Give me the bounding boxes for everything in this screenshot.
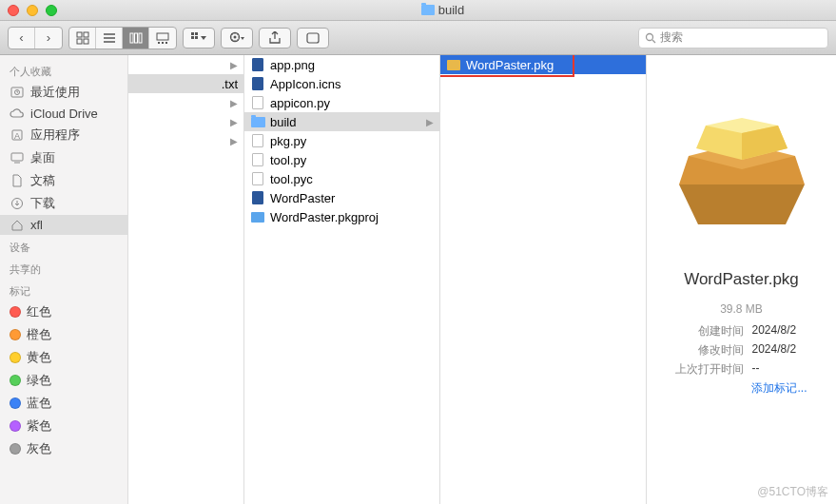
sidebar-heading: 设备: [0, 235, 127, 257]
tag-dot-icon: [10, 329, 21, 340]
sidebar-item[interactable]: 红色: [0, 300, 127, 323]
file-label: appicon.py: [270, 96, 330, 110]
sidebar-item[interactable]: 橙色: [0, 323, 127, 346]
arrange-button[interactable]: [183, 28, 215, 48]
sidebar-item[interactable]: 紫色: [0, 415, 127, 437]
download-icon: [10, 197, 25, 210]
back-button[interactable]: ‹: [9, 28, 35, 48]
svg-rect-17: [195, 36, 198, 39]
sidebar-item[interactable]: iCloud Drive: [0, 104, 127, 124]
svg-rect-8: [134, 33, 137, 43]
column-2: app.pngAppIcon.icnsappicon.pybuild▶pkg.p…: [244, 55, 440, 504]
list-item[interactable]: tool.pyc: [244, 169, 439, 188]
sidebar-item-label: 黄色: [27, 349, 51, 366]
sidebar-item[interactable]: 绿色: [0, 369, 127, 392]
sidebar-item[interactable]: 灰色: [0, 437, 127, 460]
tag-dot-icon: [10, 352, 21, 363]
chevron-right-icon: ▶: [230, 98, 238, 108]
list-item[interactable]: tool.py: [244, 150, 439, 169]
file-icon: [252, 77, 263, 90]
view-switcher: [68, 27, 177, 49]
svg-text:A: A: [14, 131, 20, 141]
add-tag-link[interactable]: 添加标记...: [751, 380, 807, 397]
sidebar-item[interactable]: 黄色: [0, 346, 127, 369]
sidebar-item-label: 蓝色: [27, 395, 51, 412]
action-button[interactable]: [221, 28, 253, 48]
watermark: @51CTO博客: [757, 484, 828, 500]
list-item[interactable]: ▶: [128, 55, 243, 74]
list-item[interactable]: AppIcon.icns: [244, 74, 439, 93]
svg-rect-13: [165, 42, 167, 44]
svg-point-21: [647, 33, 653, 40]
sidebar-item-label: xfl: [30, 218, 43, 232]
list-item[interactable]: WordPaster: [244, 188, 439, 207]
list-item[interactable]: appicon.py: [244, 93, 439, 112]
column-3: WordPaster.pkg: [440, 55, 647, 504]
doc-icon: [10, 174, 25, 187]
file-label: pkg.py: [270, 134, 306, 148]
column-1: ▶.txt▶▶▶: [128, 55, 244, 504]
svg-rect-14: [191, 32, 194, 35]
file-label: tool.py: [270, 153, 306, 167]
chevron-right-icon: ▶: [426, 117, 434, 127]
list-item[interactable]: ▶: [128, 131, 243, 150]
sidebar-item-label: iCloud Drive: [30, 107, 98, 121]
sidebar-item[interactable]: 最近使用: [0, 81, 127, 104]
view-icon-button[interactable]: [69, 28, 96, 48]
svg-line-22: [652, 40, 655, 43]
search-field[interactable]: 搜索: [638, 28, 828, 48]
list-item[interactable]: build▶: [244, 112, 439, 131]
folder-icon: [251, 117, 265, 127]
svg-rect-0: [77, 32, 82, 37]
list-item[interactable]: pkg.py: [244, 131, 439, 150]
svg-point-19: [234, 35, 237, 38]
svg-rect-16: [191, 36, 194, 39]
svg-rect-27: [11, 153, 23, 161]
tag-dot-icon: [10, 443, 21, 455]
search-placeholder: 搜索: [660, 29, 683, 46]
file-icon: [252, 134, 263, 147]
list-item[interactable]: app.png: [244, 55, 439, 74]
list-item[interactable]: WordPaster.pkgproj: [244, 207, 439, 226]
view-gallery-button[interactable]: [149, 28, 176, 48]
list-item[interactable]: ▶: [128, 112, 243, 131]
clock-icon: [10, 86, 25, 99]
list-item[interactable]: .txt: [128, 74, 243, 93]
project-icon: [251, 212, 264, 223]
sidebar-item-label: 下载: [30, 195, 55, 212]
sidebar-heading: 共享的: [0, 257, 127, 279]
sidebar-item-label: 最近使用: [30, 84, 80, 101]
list-item[interactable]: ▶: [128, 93, 243, 112]
maximize-button[interactable]: [46, 5, 57, 16]
sidebar-item-label: 紫色: [27, 417, 51, 435]
created-label: 创建时间: [675, 323, 744, 339]
sidebar-heading: 标记: [0, 279, 127, 300]
sidebar-item[interactable]: xfl: [0, 215, 127, 235]
view-column-button[interactable]: [123, 28, 149, 48]
sidebar-item[interactable]: A应用程序: [0, 124, 127, 146]
sidebar-item-label: 绿色: [27, 372, 51, 389]
svg-rect-9: [139, 33, 142, 43]
sidebar-item[interactable]: 下载: [0, 192, 127, 215]
minimize-button[interactable]: [27, 5, 38, 16]
forward-button[interactable]: ›: [35, 28, 62, 48]
close-button[interactable]: [8, 5, 19, 16]
list-item[interactable]: WordPaster.pkg: [440, 55, 646, 74]
file-label: build: [270, 115, 296, 129]
sidebar-item[interactable]: 文稿: [0, 169, 127, 192]
svg-rect-11: [158, 42, 160, 44]
sidebar-item-label: 橙色: [27, 326, 51, 343]
sidebar-item[interactable]: 蓝色: [0, 392, 127, 415]
toolbar: ‹ › 搜索: [0, 21, 836, 55]
modified-label: 修改时间: [675, 342, 744, 359]
sidebar-item-label: 灰色: [27, 440, 51, 457]
file-icon: [252, 191, 263, 204]
sidebar-item-label: 应用程序: [30, 126, 80, 144]
view-list-button[interactable]: [96, 28, 123, 48]
tag-dot-icon: [10, 420, 21, 432]
file-label: app.png: [270, 58, 315, 72]
share-button[interactable]: [259, 28, 291, 48]
tags-button[interactable]: [297, 28, 329, 48]
sidebar-item-label: 文稿: [30, 172, 55, 189]
sidebar-item[interactable]: 桌面: [0, 146, 127, 169]
